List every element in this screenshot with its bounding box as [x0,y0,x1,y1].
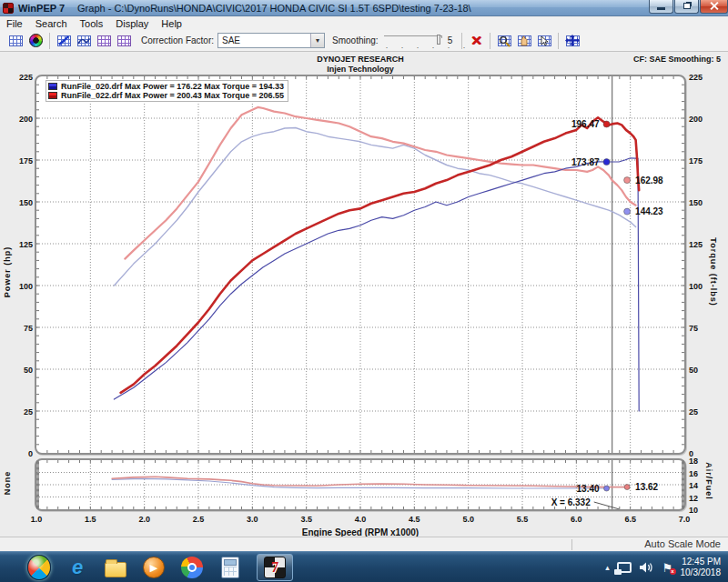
close-button[interactable] [700,0,728,14]
correction-factor-value: SAE [218,35,310,45]
cursor-x-label: X = 6.332 [551,497,592,507]
volume-icon[interactable] [639,561,655,574]
action-center-icon[interactable]: ⚑x [662,562,673,574]
series-runfile-022-torque [125,107,635,259]
power-axis-tick: 25 [13,407,33,416]
file-explorer-button[interactable] [104,556,127,579]
restore-button[interactable] [674,0,699,14]
cursor-value-label: 144.23 [635,206,663,216]
graph-view-1-button[interactable] [54,32,74,50]
menu-search[interactable]: Search [29,17,74,30]
series-runfile-022-air-fuel [112,477,625,487]
af-left-axis-title: None [3,465,12,501]
menu-tools[interactable]: Tools [74,17,110,30]
move-cursor-button[interactable] [562,32,582,50]
left-axis-title: Power (hp) [3,245,12,299]
status-bar: Auto Scale Mode [0,537,728,551]
airfuel-chart-panel: 13.4013.62X = 6.332 [35,458,686,511]
legend-row[interactable]: RunFile_022.drf Max Power = 200.43 Max T… [48,91,284,100]
data-table-button[interactable] [5,32,25,50]
power-axis-tick: 125 [13,240,33,249]
windows-orb-icon [27,555,51,580]
rpm-axis-tick: 1.5 [77,515,103,524]
menu-display[interactable]: Display [109,17,155,30]
winpep-taskbar-button[interactable]: 7 [257,554,293,581]
graph-view-4-button[interactable] [114,32,134,50]
rpm-axis-tick: 6.0 [563,515,589,524]
main-chart-panel: 196.47173.87162.98144.23 RunFile_020.drf… [35,75,686,455]
rpm-axis-tick: 7.0 [672,515,697,524]
calculator-button[interactable] [218,556,242,579]
power-axis-tick: 150 [13,198,33,207]
internet-explorer-button[interactable]: e [66,556,89,579]
folder-icon [105,562,126,577]
cursor-marker-dot [624,485,630,490]
series-runfile-020-torque [114,128,635,286]
chart-title: DYNOJET RESEARCH [36,55,684,64]
color-settings-button[interactable] [25,32,46,50]
series-runfile-020-power [114,158,639,411]
graph-view-2-button[interactable] [74,32,94,50]
media-player-icon: ▶ [143,557,165,578]
chrome-icon [181,557,203,578]
power-axis-tick: 200 [13,115,33,124]
cursor-value-label: 162.98 [635,176,663,186]
cursor-value-label: 196.47 [571,119,600,129]
alert-badge: x [670,568,676,575]
legend-row[interactable]: RunFile_020.drf Max Power = 176.22 Max T… [48,82,284,91]
calculator-icon [221,557,239,578]
smoothing-slider[interactable]: . . . . . . [384,34,442,48]
rpm-axis-tick: 4.5 [401,515,427,524]
torque-axis-tick: 25 [689,407,709,416]
tray-date: 10/3/2018 [681,567,722,578]
media-player-button[interactable]: ▶ [142,556,166,579]
scale-mode-status: Auto Scale Mode [644,538,721,549]
torque-axis-tick: 125 [689,240,709,249]
red-x-icon: ✕ [470,34,482,47]
windows-taskbar: e ▶ 7 ▴ ⚑x 12:45 PM 10/3/2018 [0,551,728,582]
tray-expand-icon[interactable]: ▴ [605,563,610,572]
rpm-axis-tick: 4.0 [348,515,373,524]
internet-explorer-icon: e [72,556,83,579]
cursor-marker-dot [603,121,610,127]
menu-bar: File Search Tools Display Help [0,17,728,30]
airfuel-axis-tick: 10 [689,506,709,515]
clock[interactable]: 12:45 PM 10/3/2018 [681,557,722,578]
rpm-axis-tick: 3.5 [294,515,319,524]
zoom-graph-button[interactable] [494,32,514,50]
restore-icon [683,3,691,9]
graph-view-3-button[interactable] [94,32,114,50]
winpep-window: WinPEP 7 Graph - C:\DynoRuns\HONDA\CIVIC… [0,0,728,582]
main-chart[interactable]: 196.47173.87162.98144.23 [36,76,684,453]
pan-graph-button[interactable] [514,32,534,50]
airfuel-axis-tick: 16 [689,469,709,478]
window-title: Graph - C:\DynoRuns\HONDA\CIVIC\2017 HON… [77,3,471,14]
correction-factor-label: Correction Factor: [141,35,214,45]
title-bar[interactable]: WinPEP 7 Graph - C:\DynoRuns\HONDA\CIVIC… [0,0,728,16]
menu-file[interactable]: File [0,17,29,30]
smoothing-label: Smoothing: [332,35,379,45]
slider-handle[interactable] [437,35,440,45]
chart-settings-note: CF: SAE Smoothing: 5 [633,55,721,64]
chrome-button[interactable] [180,556,204,579]
legend-label: RunFile_022.drf Max Power = 200.43 Max T… [61,91,284,100]
color-wheel-icon [29,34,43,47]
start-button[interactable] [27,556,51,579]
network-icon[interactable] [617,562,632,573]
graph-3d-icon [97,35,111,46]
chevron-down-icon[interactable]: ▾ [310,34,324,47]
airfuel-chart[interactable]: 13.4013.62X = 6.332 [36,460,684,509]
slider-ticks: . . . . . . [386,41,471,50]
power-axis-tick: 225 [13,73,33,82]
minimize-button[interactable] [649,0,673,14]
torque-axis-tick: 50 [689,366,709,375]
correction-factor-select[interactable]: SAE ▾ [217,33,325,48]
menu-help[interactable]: Help [155,17,188,30]
torque-axis-tick: 225 [689,73,709,82]
torque-axis-tick: 175 [689,156,709,166]
airfuel-axis-tick: 14 [689,481,709,490]
select-graph-button[interactable] [534,32,554,50]
cursor-value-label: 13.62 [635,482,658,492]
chart-subtitle: Injen Technology [36,65,684,74]
power-axis-tick: 50 [13,366,33,375]
